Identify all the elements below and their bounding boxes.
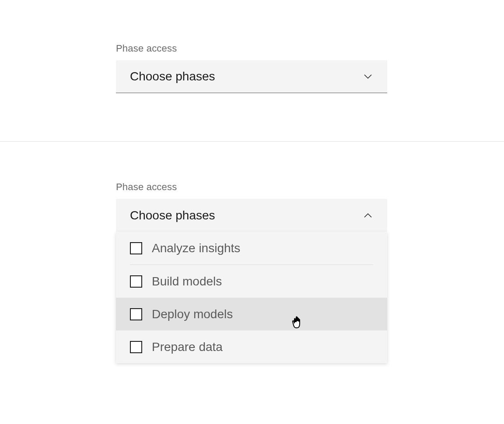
menu-item-build-models[interactable]: Build models xyxy=(116,265,387,298)
menu-item-analyze-insights[interactable]: Analyze insights xyxy=(116,232,387,265)
chevron-down-icon xyxy=(363,71,373,82)
menu-item-prepare-data[interactable]: Prepare data xyxy=(116,330,387,363)
phase-access-dropdown[interactable]: Choose phases xyxy=(116,60,387,93)
menu-item-label: Build models xyxy=(152,275,222,288)
menu-item-deploy-models[interactable]: Deploy models xyxy=(116,298,387,330)
dropdown-placeholder: Choose phases xyxy=(130,70,215,83)
dropdown-placeholder: Choose phases xyxy=(130,209,215,222)
field-label: Phase access xyxy=(116,43,387,54)
menu-item-label: Analyze insights xyxy=(152,241,240,255)
dropdown-menu: Analyze insights Build models Deploy mod… xyxy=(116,232,387,363)
menu-item-label: Deploy models xyxy=(152,307,233,321)
phase-access-dropdown[interactable]: Choose phases xyxy=(116,199,387,232)
checkbox[interactable] xyxy=(130,275,142,288)
field-label: Phase access xyxy=(116,181,387,193)
dropdown-collapsed-section: Phase access Choose phases xyxy=(116,0,387,93)
menu-item-label: Prepare data xyxy=(152,340,223,354)
chevron-up-icon xyxy=(363,210,373,221)
checkbox[interactable] xyxy=(130,308,142,320)
checkbox[interactable] xyxy=(130,242,142,254)
checkbox[interactable] xyxy=(130,341,142,353)
dropdown-expanded-section: Phase access Choose phases Analyze insig… xyxy=(116,141,387,363)
